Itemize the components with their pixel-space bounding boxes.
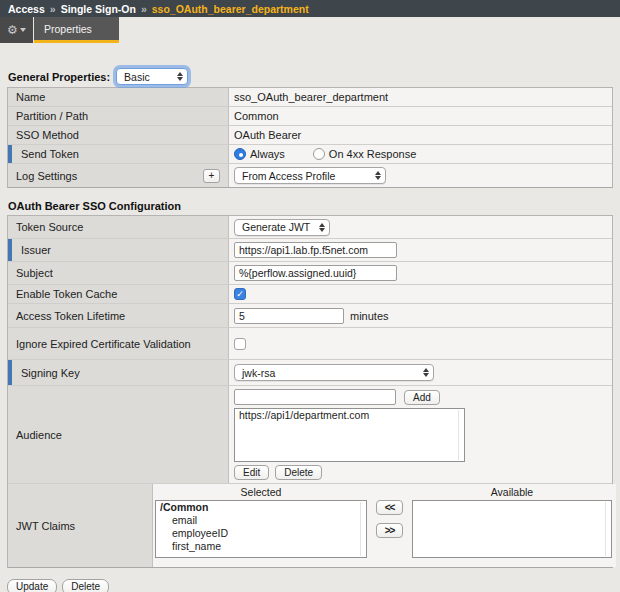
log-settings-add-button[interactable]: + (203, 169, 220, 183)
update-button[interactable]: Update (7, 579, 57, 592)
token-source-select[interactable]: Generate JWT (234, 219, 330, 236)
issuer-input[interactable] (234, 242, 397, 258)
general-properties-table: Name sso_OAuth_bearer_department Partiti… (7, 87, 613, 188)
signing-key-select[interactable]: jwk-rsa (234, 364, 434, 381)
send-token-4xx-radio[interactable] (313, 148, 325, 160)
table-row-audience: Audience Add https://api1/department.com… (8, 386, 612, 484)
list-item[interactable]: https://api1/department.com (235, 409, 464, 422)
tab-properties[interactable]: Properties (34, 17, 119, 43)
ignore-expired-cert-checkbox[interactable] (234, 338, 246, 350)
send-token-4xx-option[interactable]: On 4xx Response (313, 148, 416, 160)
name-label: Name (8, 88, 229, 106)
oauth-config-table: Token Source Generate JWT Issuer Subject… (7, 215, 613, 568)
sso-method-label: SSO Method (8, 126, 229, 144)
gear-menu-button[interactable]: ⚙ (0, 17, 33, 43)
send-token-always-label: Always (250, 148, 285, 160)
token-source-label: Token Source (8, 216, 229, 238)
breadcrumb-separator: » (50, 3, 56, 15)
select-arrows-icon (375, 171, 381, 180)
send-token-label: Send Token (8, 145, 229, 163)
send-token-always-option[interactable]: Always (234, 148, 285, 160)
delete-button[interactable]: Delete (62, 579, 109, 592)
jwt-available-listbox[interactable] (412, 500, 612, 558)
audience-label: Audience (8, 386, 229, 483)
tab-bar: ⚙ Properties (0, 17, 620, 43)
list-item[interactable]: /Common (156, 501, 366, 514)
chevron-down-icon (20, 28, 26, 32)
send-token-always-radio[interactable] (234, 148, 246, 160)
jwt-selected-listbox[interactable]: /CommonemailemployeeIDfirst_name (155, 500, 367, 558)
footer-actions: Update Delete (7, 579, 620, 592)
list-item[interactable]: first_name (156, 540, 366, 553)
table-row-log-settings: Log Settings + From Access Profile (8, 164, 612, 187)
table-row-partition: Partition / Path Common (8, 107, 612, 126)
breadcrumb-link-single-sign-on[interactable]: Single Sign-On (61, 3, 136, 15)
minutes-unit-label: minutes (350, 310, 389, 322)
general-properties-view-select[interactable]: Basic (116, 68, 188, 85)
log-settings-label: Log Settings (16, 170, 77, 182)
signing-key-select-value: jwk-rsa (242, 367, 275, 379)
select-arrows-icon (177, 72, 183, 81)
audience-listbox[interactable]: https://api1/department.com (234, 408, 465, 462)
partition-value: Common (234, 110, 279, 122)
jwt-available-header: Available (412, 486, 612, 500)
subject-input[interactable] (234, 265, 397, 281)
signing-key-label: Signing Key (8, 360, 229, 385)
sso-method-value: OAuth Bearer (234, 129, 301, 141)
ignore-expired-cert-label: Ignore Expired Certificate Validation (8, 328, 229, 359)
oauth-config-section-title: OAuth Bearer SSO Configuration (8, 200, 613, 212)
enable-token-cache-checkbox[interactable]: ✓ (234, 288, 246, 300)
table-row-sso-method: SSO Method OAuth Bearer (8, 126, 612, 145)
breadcrumb-current-page: sso_OAuth_bearer_department (152, 3, 309, 15)
partition-label: Partition / Path (8, 107, 229, 125)
table-row-signing-key: Signing Key jwk-rsa (8, 360, 612, 386)
table-row-enable-token-cache: Enable Token Cache ✓ (8, 285, 612, 304)
jwt-move-right-button[interactable]: >> (376, 523, 403, 538)
table-row-name: Name sso_OAuth_bearer_department (8, 88, 612, 107)
select-arrows-icon (423, 368, 429, 377)
log-settings-select-value: From Access Profile (242, 170, 335, 182)
audience-input[interactable] (234, 389, 396, 405)
breadcrumb-link-access[interactable]: Access (8, 3, 45, 15)
table-row-access-token-lifetime: Access Token Lifetime minutes (8, 304, 612, 328)
jwt-claims-label: JWT Claims (8, 484, 153, 567)
table-row-issuer: Issuer (8, 239, 612, 262)
audience-edit-button[interactable]: Edit (234, 465, 269, 480)
table-row-jwt-claims: JWT Claims Selected /Commonemailemployee… (8, 484, 612, 567)
access-token-lifetime-input[interactable] (234, 308, 344, 324)
select-arrows-icon (319, 223, 325, 232)
token-source-select-value: Generate JWT (242, 221, 310, 233)
gear-icon: ⚙ (7, 24, 18, 36)
list-item[interactable]: employeeID (156, 527, 366, 540)
subject-label: Subject (8, 262, 229, 284)
breadcrumb: Access » Single Sign-On » sso_OAuth_bear… (0, 0, 620, 17)
send-token-4xx-label: On 4xx Response (329, 148, 416, 160)
access-token-lifetime-label: Access Token Lifetime (8, 304, 229, 327)
table-row-ignore-expired-cert: Ignore Expired Certificate Validation (8, 328, 612, 360)
enable-token-cache-label: Enable Token Cache (8, 285, 229, 303)
breadcrumb-separator: » (141, 3, 147, 15)
general-properties-label: General Properties: (7, 71, 110, 83)
list-item[interactable]: email (156, 514, 366, 527)
audience-add-button[interactable]: Add (404, 390, 440, 405)
general-properties-view-value: Basic (124, 71, 150, 83)
name-value: sso_OAuth_bearer_department (234, 91, 388, 103)
issuer-label: Issuer (8, 239, 229, 261)
jwt-move-left-button[interactable]: << (376, 500, 403, 515)
jwt-selected-header: Selected (155, 486, 367, 500)
audience-delete-button[interactable]: Delete (275, 465, 322, 480)
table-row-token-source: Token Source Generate JWT (8, 216, 612, 239)
table-row-send-token: Send Token Always On 4xx Response (8, 145, 612, 164)
log-settings-select[interactable]: From Access Profile (234, 167, 386, 184)
table-row-subject: Subject (8, 262, 612, 285)
tab-properties-label: Properties (44, 23, 92, 35)
